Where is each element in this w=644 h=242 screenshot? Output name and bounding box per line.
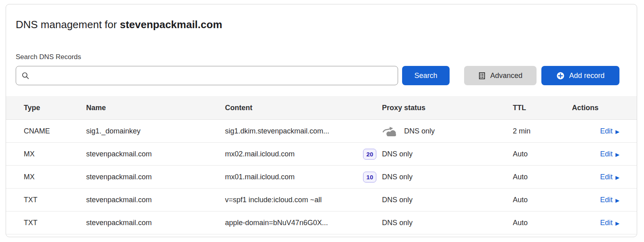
record-name: sig1._domainkey xyxy=(86,127,225,135)
proxy-status-text: DNS only xyxy=(382,150,413,158)
mx-priority-badge: 10 xyxy=(363,172,376,183)
record-ttl: Auto xyxy=(513,173,572,181)
proxy-status-text: DNS only xyxy=(382,173,413,181)
search-row: Search Advanced Add record xyxy=(16,66,619,85)
record-name: stevenpackmail.com xyxy=(86,219,225,227)
edit-link[interactable]: Edit▶ xyxy=(600,127,619,135)
record-type: MX xyxy=(6,173,86,181)
column-header-proxy: Proxy status xyxy=(380,104,513,112)
record-content: apple-domain=bNuV47n6G0X... xyxy=(225,219,328,227)
page-title-prefix: DNS management for xyxy=(16,18,120,31)
page-title-domain: stevenpackmail.com xyxy=(120,18,222,31)
table-row: TXT stevenpackmail.com v=spf1 include:ic… xyxy=(6,189,637,211)
edit-link[interactable]: Edit▶ xyxy=(600,150,619,158)
list-document-icon xyxy=(478,72,486,80)
record-content: sig1.dkim.stevenpackmail.com... xyxy=(225,127,329,135)
page-title: DNS management for stevenpackmail.com xyxy=(16,17,222,32)
mx-priority-badge: 20 xyxy=(363,149,376,160)
table-row: MX stevenpackmail.com mx01.mail.icloud.c… xyxy=(6,166,637,189)
table-row: TXT stevenpackmail.com apple-domain=bNuV… xyxy=(6,211,637,234)
record-name: stevenpackmail.com xyxy=(86,150,225,158)
record-type: TXT xyxy=(6,219,86,227)
page: DNS management for stevenpackmail.com Se… xyxy=(0,0,644,242)
edit-arrow-icon: ▶ xyxy=(615,221,619,226)
record-ttl: Auto xyxy=(513,150,572,158)
edit-link[interactable]: Edit▶ xyxy=(600,219,619,227)
dns-only-cloud-icon xyxy=(382,125,398,137)
search-box[interactable] xyxy=(16,66,398,85)
record-content: mx01.mail.icloud.com xyxy=(225,173,295,181)
record-name: stevenpackmail.com xyxy=(86,173,225,181)
add-record-button[interactable]: Add record xyxy=(541,66,619,85)
edit-arrow-icon: ▶ xyxy=(615,152,619,157)
column-header-type: Type xyxy=(6,104,86,112)
record-ttl: Auto xyxy=(513,196,572,204)
record-ttl: Auto xyxy=(513,219,572,227)
column-header-ttl: TTL xyxy=(513,104,572,112)
search-icon xyxy=(22,72,29,80)
record-ttl: 2 min xyxy=(513,127,572,135)
search-button[interactable]: Search xyxy=(402,66,450,85)
plus-circle-icon xyxy=(556,72,565,80)
proxy-status-text: DNS only xyxy=(382,219,413,227)
edit-arrow-icon: ▶ xyxy=(615,198,619,203)
record-type: MX xyxy=(6,150,86,158)
edit-link[interactable]: Edit▶ xyxy=(600,196,619,204)
record-content: mx02.mail.icloud.com xyxy=(225,150,295,158)
search-label: Search DNS Records xyxy=(16,53,81,61)
record-name: stevenpackmail.com xyxy=(86,196,225,204)
record-type: CNAME xyxy=(6,127,86,135)
record-type: TXT xyxy=(6,196,86,204)
proxy-status-text: DNS only xyxy=(404,127,435,135)
column-header-name: Name xyxy=(86,104,225,112)
table-header-row: Type Name Content Proxy status TTL Actio… xyxy=(6,96,637,120)
advanced-button[interactable]: Advanced xyxy=(464,66,537,85)
dns-records-table: Type Name Content Proxy status TTL Actio… xyxy=(6,96,637,234)
column-header-content: Content xyxy=(225,104,380,112)
proxy-status-cell: DNS only xyxy=(380,125,513,137)
edit-arrow-icon: ▶ xyxy=(615,129,619,134)
edit-link[interactable]: Edit▶ xyxy=(600,173,619,181)
record-content: v=spf1 include:icloud.com ~all xyxy=(225,196,322,204)
dns-management-card: DNS management for stevenpackmail.com Se… xyxy=(6,4,637,237)
search-input[interactable] xyxy=(33,71,392,80)
table-row: MX stevenpackmail.com mx02.mail.icloud.c… xyxy=(6,143,637,166)
proxy-status-text: DNS only xyxy=(382,196,413,204)
table-row: CNAME sig1._domainkey sig1.dkim.stevenpa… xyxy=(6,120,637,143)
edit-arrow-icon: ▶ xyxy=(615,175,619,180)
column-header-actions: Actions xyxy=(572,104,637,112)
